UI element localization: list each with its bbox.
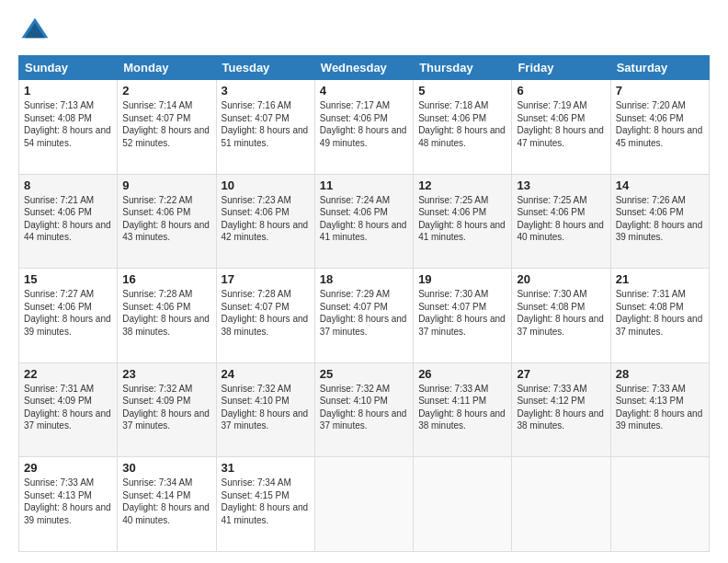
cell-info: Sunrise: 7:22 AMSunset: 4:06 PMDaylight:… (122, 195, 210, 243)
calendar-cell: 10Sunrise: 7:23 AMSunset: 4:06 PMDayligh… (216, 174, 314, 269)
calendar-cell: 18Sunrise: 7:29 AMSunset: 4:07 PMDayligh… (314, 269, 413, 363)
day-number: 26 (418, 367, 506, 381)
calendar-cell (512, 457, 610, 552)
cell-info: Sunrise: 7:25 AMSunset: 4:06 PMDaylight:… (517, 195, 604, 243)
calendar-cell: 3Sunrise: 7:16 AMSunset: 4:07 PMDaylight… (216, 80, 314, 175)
calendar-cell: 28Sunrise: 7:33 AMSunset: 4:13 PMDayligh… (610, 362, 709, 457)
header (18, 15, 710, 48)
cell-info: Sunrise: 7:32 AMSunset: 4:09 PMDaylight:… (122, 384, 210, 431)
cell-info: Sunrise: 7:25 AMSunset: 4:06 PMDaylight:… (418, 195, 506, 243)
calendar-cell: 14Sunrise: 7:26 AMSunset: 4:06 PMDayligh… (610, 174, 709, 269)
day-number: 22 (24, 367, 112, 381)
calendar-cell: 8Sunrise: 7:21 AMSunset: 4:06 PMDaylight… (19, 174, 118, 269)
calendar-cell: 25Sunrise: 7:32 AMSunset: 4:10 PMDayligh… (314, 362, 413, 457)
cell-info: Sunrise: 7:19 AMSunset: 4:06 PMDaylight:… (517, 100, 604, 148)
day-number: 29 (24, 461, 112, 475)
cell-info: Sunrise: 7:34 AMSunset: 4:15 PMDaylight:… (222, 477, 309, 525)
cell-info: Sunrise: 7:20 AMSunset: 4:06 PMDaylight:… (616, 100, 703, 148)
day-number: 16 (122, 272, 210, 286)
cell-info: Sunrise: 7:28 AMSunset: 4:06 PMDaylight:… (122, 289, 210, 337)
day-number: 18 (320, 272, 408, 286)
weekday-header: Wednesday (314, 56, 413, 80)
calendar-cell: 6Sunrise: 7:19 AMSunset: 4:06 PMDaylight… (512, 80, 610, 175)
cell-info: Sunrise: 7:32 AMSunset: 4:10 PMDaylight:… (320, 384, 407, 431)
calendar-cell: 22Sunrise: 7:31 AMSunset: 4:09 PMDayligh… (19, 362, 118, 457)
calendar-cell (610, 457, 709, 552)
day-number: 24 (222, 367, 310, 381)
calendar-week-row: 8Sunrise: 7:21 AMSunset: 4:06 PMDaylight… (19, 174, 710, 269)
calendar-cell: 30Sunrise: 7:34 AMSunset: 4:14 PMDayligh… (118, 457, 216, 552)
calendar-cell: 19Sunrise: 7:30 AMSunset: 4:07 PMDayligh… (414, 269, 512, 363)
cell-info: Sunrise: 7:23 AMSunset: 4:06 PMDaylight:… (222, 195, 309, 243)
cell-info: Sunrise: 7:24 AMSunset: 4:06 PMDaylight:… (320, 195, 407, 243)
calendar-cell: 31Sunrise: 7:34 AMSunset: 4:15 PMDayligh… (216, 457, 314, 552)
day-number: 20 (517, 272, 605, 286)
day-number: 1 (24, 84, 112, 98)
day-number: 17 (222, 272, 310, 286)
day-number: 2 (122, 84, 210, 98)
calendar-cell: 27Sunrise: 7:33 AMSunset: 4:12 PMDayligh… (512, 362, 610, 457)
cell-info: Sunrise: 7:33 AMSunset: 4:13 PMDaylight:… (616, 384, 703, 431)
cell-info: Sunrise: 7:30 AMSunset: 4:08 PMDaylight:… (517, 289, 604, 337)
day-number: 6 (517, 84, 605, 98)
calendar-cell: 2Sunrise: 7:14 AMSunset: 4:07 PMDaylight… (118, 80, 216, 175)
calendar-week-row: 1Sunrise: 7:13 AMSunset: 4:08 PMDaylight… (19, 80, 710, 175)
weekday-header: Friday (512, 56, 610, 80)
cell-info: Sunrise: 7:18 AMSunset: 4:06 PMDaylight:… (418, 100, 506, 148)
day-number: 8 (24, 178, 112, 192)
cell-info: Sunrise: 7:17 AMSunset: 4:06 PMDaylight:… (320, 100, 407, 148)
day-number: 23 (122, 367, 210, 381)
day-number: 28 (616, 367, 704, 381)
calendar-cell: 5Sunrise: 7:18 AMSunset: 4:06 PMDaylight… (414, 80, 512, 175)
cell-info: Sunrise: 7:34 AMSunset: 4:14 PMDaylight:… (122, 477, 210, 525)
cell-info: Sunrise: 7:28 AMSunset: 4:07 PMDaylight:… (222, 289, 309, 337)
cell-info: Sunrise: 7:26 AMSunset: 4:06 PMDaylight:… (616, 195, 703, 243)
day-number: 14 (616, 178, 704, 192)
cell-info: Sunrise: 7:33 AMSunset: 4:11 PMDaylight:… (418, 384, 506, 431)
day-number: 19 (418, 272, 506, 286)
weekday-header: Monday (118, 56, 216, 80)
calendar-table: SundayMondayTuesdayWednesdayThursdayFrid… (18, 55, 710, 552)
weekday-header: Thursday (414, 56, 512, 80)
cell-info: Sunrise: 7:14 AMSunset: 4:07 PMDaylight:… (122, 100, 210, 148)
calendar-week-row: 15Sunrise: 7:27 AMSunset: 4:06 PMDayligh… (19, 269, 710, 363)
day-number: 3 (222, 84, 310, 98)
calendar-cell: 11Sunrise: 7:24 AMSunset: 4:06 PMDayligh… (314, 174, 413, 269)
day-number: 12 (418, 178, 506, 192)
page: SundayMondayTuesdayWednesdayThursdayFrid… (0, 0, 728, 563)
logo (18, 15, 53, 48)
cell-info: Sunrise: 7:33 AMSunset: 4:12 PMDaylight:… (517, 384, 604, 431)
calendar-week-row: 22Sunrise: 7:31 AMSunset: 4:09 PMDayligh… (19, 362, 710, 457)
day-number: 7 (616, 84, 704, 98)
weekday-header: Tuesday (216, 56, 314, 80)
day-number: 27 (517, 367, 605, 381)
calendar-week-row: 29Sunrise: 7:33 AMSunset: 4:13 PMDayligh… (19, 457, 710, 552)
day-number: 5 (418, 84, 506, 98)
day-number: 10 (222, 178, 310, 192)
calendar-cell (414, 457, 512, 552)
calendar-cell: 20Sunrise: 7:30 AMSunset: 4:08 PMDayligh… (512, 269, 610, 363)
day-number: 30 (122, 461, 210, 475)
calendar-cell: 15Sunrise: 7:27 AMSunset: 4:06 PMDayligh… (19, 269, 118, 363)
calendar-cell: 17Sunrise: 7:28 AMSunset: 4:07 PMDayligh… (216, 269, 314, 363)
calendar-cell: 16Sunrise: 7:28 AMSunset: 4:06 PMDayligh… (118, 269, 216, 363)
cell-info: Sunrise: 7:16 AMSunset: 4:07 PMDaylight:… (222, 100, 309, 148)
day-number: 21 (616, 272, 704, 286)
calendar-cell: 13Sunrise: 7:25 AMSunset: 4:06 PMDayligh… (512, 174, 610, 269)
cell-info: Sunrise: 7:30 AMSunset: 4:07 PMDaylight:… (418, 289, 506, 337)
day-number: 9 (122, 178, 210, 192)
calendar-cell: 29Sunrise: 7:33 AMSunset: 4:13 PMDayligh… (19, 457, 118, 552)
calendar-cell: 26Sunrise: 7:33 AMSunset: 4:11 PMDayligh… (414, 362, 512, 457)
weekday-header: Sunday (19, 56, 118, 80)
logo-icon (18, 15, 51, 48)
calendar-cell: 9Sunrise: 7:22 AMSunset: 4:06 PMDaylight… (118, 174, 216, 269)
cell-info: Sunrise: 7:29 AMSunset: 4:07 PMDaylight:… (320, 289, 407, 337)
cell-info: Sunrise: 7:27 AMSunset: 4:06 PMDaylight:… (24, 289, 111, 337)
day-number: 31 (222, 461, 310, 475)
calendar-cell: 23Sunrise: 7:32 AMSunset: 4:09 PMDayligh… (118, 362, 216, 457)
day-number: 15 (24, 272, 112, 286)
day-number: 4 (320, 84, 408, 98)
day-number: 11 (320, 178, 408, 192)
cell-info: Sunrise: 7:32 AMSunset: 4:10 PMDaylight:… (222, 384, 309, 431)
cell-info: Sunrise: 7:13 AMSunset: 4:08 PMDaylight:… (24, 100, 111, 148)
